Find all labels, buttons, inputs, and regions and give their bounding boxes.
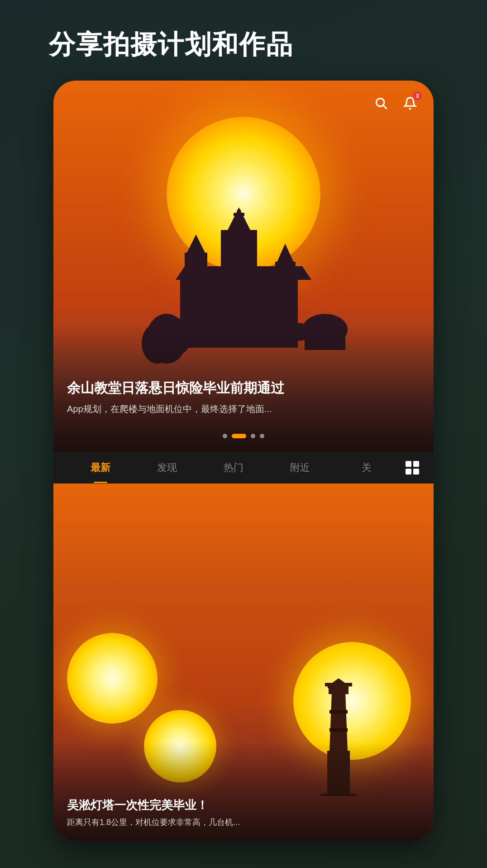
notification-button[interactable]: 3: [400, 93, 420, 113]
card-text-block: 吴淞灯塔一次性完美毕业！ 距离只有1.8公里，对机位要求非常高，几台机...: [67, 797, 420, 828]
tab-latest-label: 最新: [91, 461, 110, 475]
card-section[interactable]: 吴淞灯塔一次性完美毕业！ 距离只有1.8公里，对机位要求非常高，几台机...: [53, 484, 434, 841]
svg-point-16: [376, 98, 384, 106]
notification-badge: 3: [413, 91, 422, 101]
svg-rect-31: [332, 684, 334, 688]
tab-hot[interactable]: 热门: [200, 452, 267, 483]
tab-latest[interactable]: 最新: [67, 452, 134, 483]
svg-marker-9: [275, 244, 296, 266]
tab-follow[interactable]: 关: [334, 452, 400, 483]
hero-description: App规划，在爬楼与地面机位中，最终选择了地面...: [67, 402, 420, 416]
search-button[interactable]: [371, 93, 391, 113]
dot-1[interactable]: [223, 434, 227, 438]
hero-title: 余山教堂日落悬日惊险毕业前期通过: [67, 379, 420, 398]
card-background: 吴淞灯塔一次性完美毕业！ 距离只有1.8公里，对机位要求非常高，几台机...: [53, 484, 434, 841]
svg-line-17: [383, 106, 387, 109]
card-title: 吴淞灯塔一次性完美毕业！: [67, 797, 420, 813]
hero-text-block: 余山教堂日落悬日惊险毕业前期通过 App规划，在爬楼与地面机位中，最终选择了地面…: [67, 379, 420, 416]
tab-follow-label: 关: [362, 461, 372, 475]
tab-nearby[interactable]: 附近: [267, 452, 334, 483]
page-title: 分享拍摄计划和作品: [49, 0, 438, 81]
tab-discover[interactable]: 发现: [134, 452, 200, 483]
svg-rect-8: [275, 262, 296, 330]
search-icon: [374, 96, 388, 110]
svg-rect-3: [234, 213, 244, 216]
tab-hot-label: 热门: [224, 461, 244, 475]
svg-marker-7: [185, 235, 207, 257]
tab-bar: 最新 发现 热门 附近 关: [53, 452, 434, 484]
tab-discover-label: 发现: [157, 461, 177, 475]
svg-rect-18: [406, 461, 411, 467]
tab-nearby-label: 附近: [290, 461, 310, 475]
grid-icon: [405, 460, 420, 475]
top-icons-bar: 3: [371, 93, 420, 113]
card-image: 吴淞灯塔一次性完美毕业！ 距离只有1.8公里，对机位要求非常高，几台机...: [53, 484, 434, 841]
pagination-dots: [223, 434, 264, 438]
tab-active-indicator: [94, 482, 107, 483]
svg-rect-28: [329, 728, 348, 732]
svg-rect-34: [346, 684, 348, 688]
svg-rect-19: [413, 461, 419, 467]
svg-rect-2: [237, 210, 241, 223]
grid-view-button[interactable]: [405, 460, 420, 475]
svg-rect-33: [341, 684, 343, 688]
svg-rect-21: [413, 469, 419, 475]
dot-3[interactable]: [251, 434, 255, 438]
card-sun-large: [67, 633, 158, 724]
svg-rect-20: [406, 469, 411, 475]
hero-section: 余山教堂日落悬日惊险毕业前期通过 App规划，在爬楼与地面机位中，最终选择了地面…: [53, 81, 434, 452]
hero-background: 余山教堂日落悬日惊险毕业前期通过 App规划，在爬楼与地面机位中，最终选择了地面…: [53, 81, 434, 452]
card-description: 距离只有1.8公里，对机位要求非常高，几台机...: [67, 817, 420, 828]
dot-2-active[interactable]: [232, 434, 246, 438]
svg-rect-27: [329, 710, 348, 714]
svg-rect-6: [185, 253, 207, 330]
phone-frame: 余山教堂日落悬日惊险毕业前期通过 App规划，在爬楼与地面机位中，最终选择了地面…: [53, 81, 434, 841]
svg-rect-32: [337, 684, 339, 688]
dot-4[interactable]: [260, 434, 264, 438]
svg-rect-30: [328, 684, 329, 688]
